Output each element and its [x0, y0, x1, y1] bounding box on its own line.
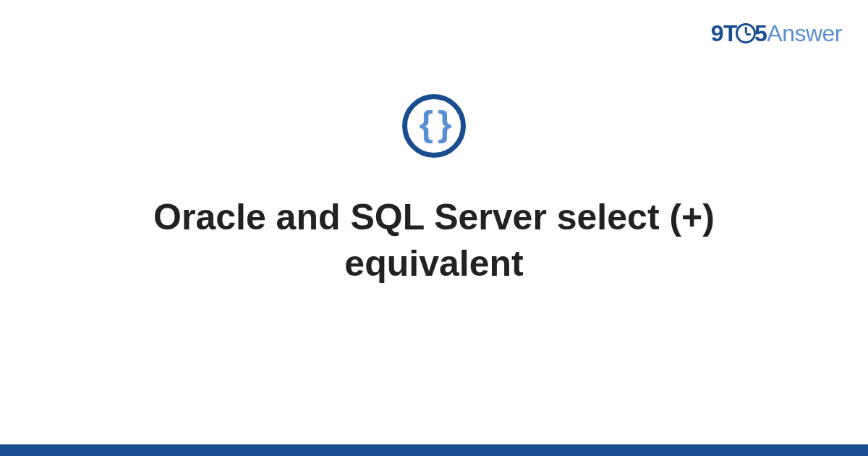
braces-glyph: { }	[420, 106, 449, 142]
main-content: { } Oracle and SQL Server select (+) equ…	[0, 94, 868, 287]
site-logo: 9T5Answer	[711, 20, 842, 47]
logo-text-5: 5	[754, 20, 767, 46]
code-braces-icon: { }	[402, 94, 466, 158]
logo-text-answer: Answer	[767, 20, 842, 46]
footer-bar	[0, 444, 868, 456]
logo-text-9t: 9T	[711, 20, 737, 46]
clock-icon	[736, 23, 756, 43]
page-title: Oracle and SQL Server select (+) equival…	[72, 194, 796, 287]
